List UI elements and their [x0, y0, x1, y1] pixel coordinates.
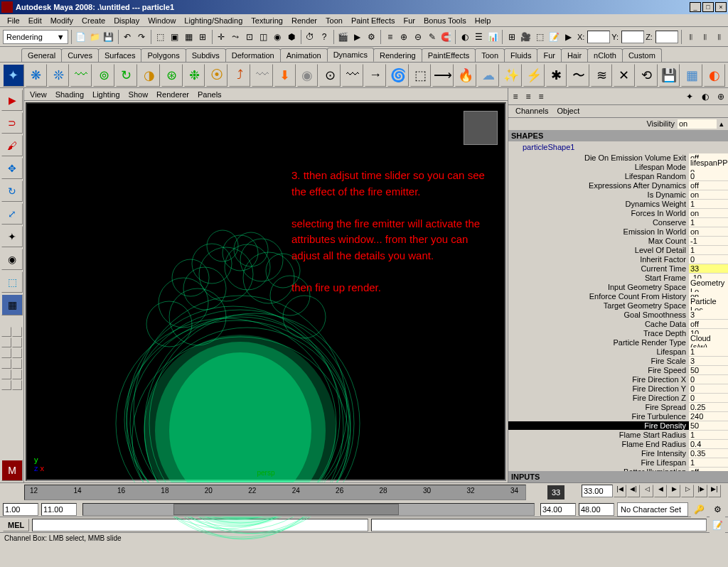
- prefs-button[interactable]: ⚙: [710, 502, 725, 517]
- two-pane-h-button[interactable]: [1, 338, 11, 347]
- soft-body-icon[interactable]: ⊛: [161, 64, 183, 87]
- hyperbolic-icon[interactable]: ⊕: [715, 91, 727, 102]
- display-icon[interactable]: ≡: [535, 91, 547, 102]
- attribute-value[interactable]: 1: [689, 200, 728, 208]
- menu-file[interactable]: File: [3, 15, 24, 26]
- range-end-input[interactable]: [579, 503, 614, 516]
- attribute-value[interactable]: 0: [689, 394, 728, 402]
- attribute-label[interactable]: Goal Smoothness: [508, 310, 689, 319]
- render-view-button[interactable]: 🎥: [520, 29, 532, 45]
- viewport[interactable]: 3. tthen adjsut time slider so you can s…: [26, 102, 506, 481]
- tab-channels[interactable]: Channels: [511, 105, 552, 117]
- curve-flow-icon[interactable]: 〜: [568, 64, 589, 87]
- two-pane-v-button[interactable]: [12, 338, 22, 347]
- delete-all-icon[interactable]: ✕: [614, 64, 635, 87]
- move-tool[interactable]: ✥: [1, 158, 23, 179]
- attribute-value[interactable]: 50: [689, 366, 728, 374]
- render-globals-button[interactable]: ⚙: [365, 29, 378, 45]
- uniform-field-icon[interactable]: →: [365, 64, 386, 87]
- attribute-label[interactable]: Fire Density: [508, 421, 689, 430]
- tab-toon[interactable]: Toon: [475, 48, 505, 62]
- scale-tool[interactable]: ⤢: [1, 203, 23, 225]
- play-forward-button[interactable]: ▶: [668, 485, 680, 497]
- attribute-label[interactable]: Fire Speed: [508, 366, 689, 374]
- z-input[interactable]: [655, 31, 678, 43]
- smoke-effect-icon[interactable]: ☁: [478, 64, 499, 87]
- connect-icon[interactable]: ⟶: [432, 64, 454, 87]
- menu-lighting[interactable]: Lighting/Shading: [180, 15, 247, 26]
- viewport-menu-view[interactable]: View: [30, 90, 47, 99]
- redo-button[interactable]: ↷: [135, 29, 148, 45]
- attribute-label[interactable]: Fire Intensity: [508, 449, 689, 458]
- attribute-value[interactable]: 0.35: [689, 449, 728, 458]
- attribute-label[interactable]: Flame Start Radius: [508, 431, 689, 439]
- attribute-label[interactable]: Lifespan Mode: [508, 163, 689, 171]
- attribute-label[interactable]: Fire Direction Y: [508, 384, 689, 393]
- hypershade-button[interactable]: ◐: [459, 29, 471, 45]
- attribute-label[interactable]: Lifespan Random: [508, 172, 689, 180]
- lasso-tool[interactable]: ⊃: [1, 112, 23, 134]
- attribute-value[interactable]: off: [689, 181, 728, 190]
- graph-editor-button[interactable]: 📊: [487, 29, 500, 45]
- goto-end-button[interactable]: ▶|: [708, 485, 721, 497]
- scrollbar-up-icon[interactable]: ▴: [717, 119, 727, 129]
- maximize-button[interactable]: □: [702, 2, 714, 12]
- character-set-dropdown[interactable]: No Character Set: [617, 502, 688, 517]
- menu-toon[interactable]: Toon: [321, 15, 347, 26]
- step-back-key-button[interactable]: ◀|: [627, 485, 640, 497]
- attribute-value[interactable]: 1: [689, 431, 728, 439]
- menu-display[interactable]: Display: [109, 15, 144, 26]
- viewport-menu-lighting[interactable]: Lighting: [92, 90, 120, 99]
- make-live-button[interactable]: ⬢: [285, 29, 298, 45]
- speed-icon[interactable]: ◐: [700, 91, 711, 102]
- attribute-label[interactable]: Start Frame: [508, 274, 689, 282]
- tab-painteffects[interactable]: PaintEffects: [422, 48, 476, 62]
- lightning-icon[interactable]: ⚡: [523, 64, 545, 87]
- undo-button[interactable]: ↶: [121, 29, 134, 45]
- attribute-label[interactable]: Particle Render Type: [508, 338, 689, 347]
- viewport-menu-renderer[interactable]: Renderer: [156, 90, 189, 99]
- attribute-label[interactable]: Fire Direction Z: [508, 394, 689, 402]
- tab-fur[interactable]: Fur: [537, 48, 562, 62]
- magnet-button[interactable]: 🧲: [440, 29, 453, 45]
- attribute-label[interactable]: Flame End Radius: [508, 440, 689, 448]
- script-editor-shortcut-button[interactable]: 📝: [710, 517, 725, 533]
- x-input[interactable]: [587, 31, 610, 43]
- attribute-label[interactable]: Dynamics Weight: [508, 200, 689, 208]
- select-mask-button[interactable]: ⊞: [196, 29, 209, 45]
- tool-settings-button[interactable]: ⫴: [712, 29, 725, 45]
- persp-outliner-button[interactable]: [12, 380, 22, 390]
- tab-deformation[interactable]: Deformation: [225, 48, 281, 62]
- viewport-menu-shading[interactable]: Shading: [55, 90, 84, 99]
- attribute-label[interactable]: Die On Emission Volume Exit: [508, 153, 689, 162]
- input-field-button[interactable]: ≡: [384, 29, 397, 45]
- channels-icon[interactable]: ≡: [510, 91, 521, 102]
- play-back-button[interactable]: ◀: [654, 485, 667, 497]
- tab-surfaces[interactable]: Surfaces: [98, 48, 141, 62]
- attribute-label[interactable]: Expressions After Dynamics: [508, 181, 689, 190]
- menu-modify[interactable]: Modify: [46, 15, 77, 26]
- fluids-icon[interactable]: ▦: [681, 64, 702, 87]
- attribute-value[interactable]: 0: [689, 375, 728, 384]
- attribute-value[interactable]: 1: [689, 458, 728, 467]
- range-slider[interactable]: [82, 503, 535, 516]
- menu-fur[interactable]: Fur: [399, 15, 419, 26]
- attribute-value[interactable]: 3: [689, 357, 728, 365]
- single-pane-button[interactable]: [1, 327, 11, 337]
- soft-mod-tool[interactable]: ◉: [1, 249, 23, 270]
- particle-tool-icon[interactable]: ✦: [3, 64, 24, 87]
- hypershade-layout-button[interactable]: [1, 380, 11, 390]
- attr-editor-button[interactable]: ⫴: [698, 29, 711, 45]
- turbulence-field-icon[interactable]: 〰: [342, 64, 363, 87]
- attribute-label[interactable]: Fire Spread: [508, 403, 689, 411]
- snap-point-button[interactable]: ⊡: [243, 29, 256, 45]
- attribute-label[interactable]: Max Count: [508, 237, 689, 245]
- select-tool[interactable]: ▶: [1, 90, 23, 111]
- goto-start-button[interactable]: |◀: [614, 485, 626, 497]
- attribute-value[interactable]: 50: [689, 421, 728, 430]
- attribute-label[interactable]: Trace Depth: [508, 329, 689, 338]
- shatter-icon[interactable]: ✱: [546, 64, 567, 87]
- attribute-value[interactable]: on: [689, 209, 728, 217]
- attribute-label[interactable]: Level Of Detail: [508, 246, 689, 254]
- paint-select-tool[interactable]: 🖌: [1, 135, 23, 156]
